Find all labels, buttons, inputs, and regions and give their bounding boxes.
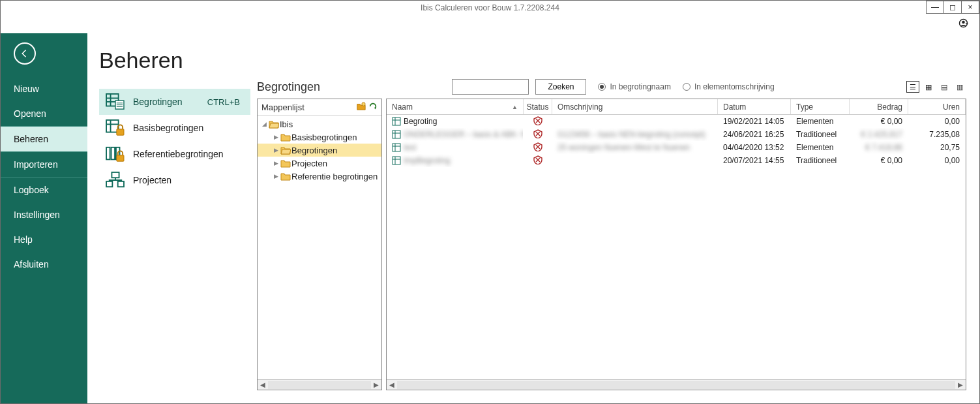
new-folder-icon[interactable]: [357, 102, 366, 113]
cell-naam: test: [404, 143, 416, 152]
estimate-file-icon: [392, 117, 401, 126]
tree-folder-referentie[interactable]: ▶ Referentie begrotingen: [258, 170, 381, 183]
cell-naam: tmpBegroting: [404, 156, 450, 165]
cell-datum: 19/02/2021 14:05: [723, 117, 784, 126]
locked-status-icon: [533, 142, 542, 153]
titlebar: Ibis Calculeren voor Bouw 1.7.2208.244 —…: [1, 1, 979, 15]
caret-right-icon: ▶: [272, 134, 280, 140]
cell-naam: ONDERLEGGER – basis & ABK- NE…: [404, 130, 524, 139]
userbar: [1, 15, 979, 33]
minimize-button[interactable]: —: [926, 1, 944, 14]
svg-rect-14: [106, 148, 110, 160]
refresh-icon[interactable]: [368, 102, 378, 113]
window-controls: — ◻ ×: [927, 1, 979, 14]
page-title: Beheren: [99, 48, 250, 73]
scroll-track[interactable]: [397, 381, 955, 389]
tree-folder-ibis[interactable]: ◢ Ibis: [258, 117, 381, 131]
nav-label: Beheren: [14, 134, 48, 144]
search-input[interactable]: [452, 79, 529, 95]
col-omschrijving[interactable]: Omschrijving: [552, 99, 718, 114]
cell-uren: 7.235,08: [929, 130, 960, 139]
back-button[interactable]: [14, 42, 36, 65]
tree-header: Mappenlijst: [258, 99, 381, 116]
subnav-projecten[interactable]: Projecten: [99, 167, 250, 193]
radio-begrotingnaam[interactable]: In begrotingnaam: [598, 82, 670, 91]
user-menu-icon[interactable]: [958, 18, 970, 30]
file-grid-pane: Naam▲ Status Omschrijving Datum Type Bed…: [386, 99, 966, 390]
search-button[interactable]: Zoeken: [535, 79, 586, 95]
table-row[interactable]: ONDERLEGGER – basis & ABK- NE… G123456 –…: [387, 128, 966, 141]
nav-label: Openen: [14, 108, 46, 119]
close-button[interactable]: ×: [961, 1, 979, 14]
nav-beheren[interactable]: Beheren: [1, 127, 87, 151]
locked-status-icon: [533, 116, 542, 127]
tree-body: ◢ Ibis ▶ Basisbegrotingen ▶ Begro: [258, 116, 381, 379]
view-tiles-icon[interactable]: ▥: [953, 81, 966, 93]
nav-nieuw[interactable]: Nieuw: [1, 76, 87, 101]
caret-right-icon: ▶: [272, 160, 280, 166]
nav-instellingen[interactable]: Instellingen: [1, 202, 87, 227]
cell-uren: 0,00: [945, 156, 960, 165]
svg-rect-17: [117, 155, 124, 161]
view-list-icon[interactable]: ☰: [906, 81, 919, 93]
grid-doc-icon: [106, 93, 125, 111]
subnav-referentiebegrotingen[interactable]: Referentiebegrotingen: [99, 141, 250, 167]
tree-horizontal-scrollbar[interactable]: ◀ ▶: [258, 379, 381, 390]
cell-bedrag: € 2.425,917: [861, 130, 902, 139]
cell-bedrag: € 7.418,86: [865, 143, 902, 152]
scroll-left-icon[interactable]: ◀: [258, 381, 268, 388]
table-row[interactable]: Begroting 19/02/2021 14:05 Elementen € 0…: [387, 115, 966, 128]
radio-elementomschrijving[interactable]: In elementomschrijving: [683, 82, 775, 91]
col-naam[interactable]: Naam▲: [387, 99, 524, 114]
scroll-track[interactable]: [268, 381, 371, 389]
tree-label: Basisbegrotingen: [291, 132, 357, 142]
tree-folder-projecten[interactable]: ▶ Projecten: [258, 157, 381, 170]
books-lock-icon: [106, 145, 125, 163]
col-datum[interactable]: Datum: [718, 99, 791, 114]
svg-rect-32: [393, 144, 400, 151]
grid-horizontal-scrollbar[interactable]: ◀ ▶: [387, 379, 966, 390]
estimate-file-icon: [392, 156, 401, 165]
col-uren[interactable]: Uren: [908, 99, 966, 114]
radio-label: In begrotingnaam: [610, 82, 670, 91]
view-large-icon[interactable]: ▤: [938, 81, 951, 93]
nav-importeren[interactable]: Importeren: [1, 152, 87, 177]
scroll-left-icon[interactable]: ◀: [387, 381, 397, 388]
scroll-right-icon[interactable]: ▶: [955, 381, 966, 388]
grid-header: Naam▲ Status Omschrijving Datum Type Bed…: [387, 99, 966, 115]
folder-open-icon: [280, 146, 291, 155]
tree-label: Referentie begrotingen: [291, 172, 378, 181]
nav-afsluiten[interactable]: Afsluiten: [1, 252, 87, 277]
content-area: Begrotingen Zoeken In begrotingnaam In e…: [250, 33, 979, 403]
folder-icon: [280, 132, 291, 142]
caret-down-icon: ◢: [260, 121, 268, 127]
grid-body: Begroting 19/02/2021 14:05 Elementen € 0…: [387, 115, 966, 379]
content-heading: Begrotingen: [257, 80, 320, 94]
subnav-shortcut: CTRL+B: [207, 97, 240, 107]
tree-label: Projecten: [291, 159, 327, 168]
svg-rect-37: [393, 157, 400, 164]
subnav-begrotingen[interactable]: Begrotingen CTRL+B: [99, 89, 250, 115]
table-row[interactable]: test 25 woningen Nuenen-West te Nuenen 0…: [387, 141, 966, 154]
nav-openen[interactable]: Openen: [1, 101, 87, 126]
col-status[interactable]: Status: [524, 99, 552, 114]
tree-folder-basisbegrotingen[interactable]: ▶ Basisbegrotingen: [258, 131, 381, 144]
tree-folder-begrotingen[interactable]: ▶ Begrotingen: [258, 144, 381, 157]
subnav-basisbegrotingen[interactable]: Basisbegrotingen: [99, 115, 250, 141]
table-row[interactable]: tmpBegroting 20/07/2021 14:55 Traditione…: [387, 154, 966, 167]
window-title: Ibis Calculeren voor Bouw 1.7.2208.244: [421, 3, 559, 12]
nav-help[interactable]: Help: [1, 227, 87, 252]
estimate-file-icon: [392, 130, 401, 139]
subnav-label: Projecten: [133, 175, 171, 185]
locked-status-icon: [533, 129, 542, 140]
tree-label: Ibis: [280, 119, 293, 129]
view-medium-icon[interactable]: ▦: [922, 81, 935, 93]
cell-datum: 04/04/2020 13:52: [723, 143, 784, 152]
scroll-right-icon[interactable]: ▶: [371, 381, 381, 388]
col-type[interactable]: Type: [791, 99, 850, 114]
cell-bedrag: € 0,00: [881, 117, 902, 126]
maximize-button[interactable]: ◻: [943, 1, 962, 14]
col-bedrag[interactable]: Bedrag: [850, 99, 908, 114]
nav-logboek[interactable]: Logboek: [1, 178, 87, 202]
cell-uren: 0,00: [945, 117, 960, 126]
